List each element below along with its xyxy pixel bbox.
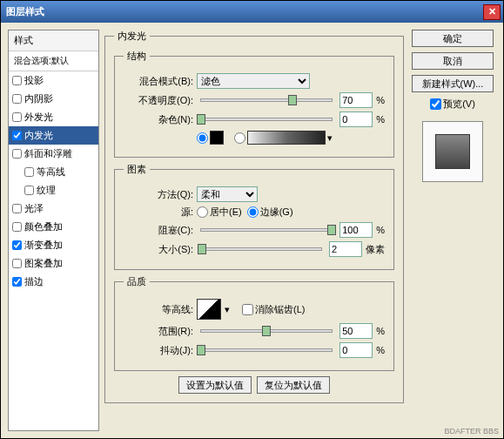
preview-box xyxy=(422,121,483,182)
sidebar-label-2: 外发光 xyxy=(24,111,53,124)
sidebar-label-6: 纹理 xyxy=(37,184,56,197)
titlebar: 图层样式 ✕ xyxy=(1,1,503,23)
opacity-unit: % xyxy=(376,95,385,105)
blend-mode-select[interactable]: 滤色 xyxy=(197,73,310,89)
structure-legend: 结构 xyxy=(124,50,150,63)
size-label: 大小(S): xyxy=(124,243,193,256)
sidebar-checkbox-11[interactable] xyxy=(12,277,22,287)
jitter-slider[interactable] xyxy=(200,348,333,352)
sidebar-checkbox-9[interactable] xyxy=(12,240,22,250)
close-button[interactable]: ✕ xyxy=(483,4,501,20)
reset-default-button[interactable]: 复位为默认值 xyxy=(257,376,330,394)
range-slider[interactable] xyxy=(200,329,333,333)
sidebar-item-10[interactable]: 图案叠加 xyxy=(9,254,98,273)
sidebar-item-2[interactable]: 外发光 xyxy=(9,108,98,126)
sidebar-item-7[interactable]: 光泽 xyxy=(9,199,98,218)
sidebar-label-9: 渐变叠加 xyxy=(24,239,63,252)
sidebar-checkbox-0[interactable] xyxy=(12,76,22,85)
styles-sidebar: 样式 混合选项:默认 投影内阴影外发光内发光斜面和浮雕等高线纹理光泽颜色叠加渐变… xyxy=(8,30,99,431)
sidebar-item-3[interactable]: 内发光 xyxy=(9,126,98,145)
range-unit: % xyxy=(376,326,385,336)
main-panel: 内发光 结构 混合模式(B): 滤色 不透明度(O): % xyxy=(104,30,404,431)
antialias-checkbox[interactable] xyxy=(242,304,253,315)
source-label: 源: xyxy=(124,206,193,219)
ok-button[interactable]: 确定 xyxy=(412,30,494,47)
color-gradient-radio[interactable] xyxy=(234,132,245,144)
sidebar-checkbox-5[interactable] xyxy=(24,167,34,177)
make-default-button[interactable]: 设置为默认值 xyxy=(178,376,252,394)
opacity-input[interactable] xyxy=(339,92,373,108)
sidebar-item-5[interactable]: 等高线 xyxy=(9,163,98,181)
sidebar-item-11[interactable]: 描边 xyxy=(9,273,98,291)
sidebar-checkbox-10[interactable] xyxy=(12,259,22,268)
opacity-slider[interactable] xyxy=(200,98,333,102)
contour-picker[interactable] xyxy=(197,299,221,320)
range-label: 范围(R): xyxy=(124,325,193,338)
sidebar-item-6[interactable]: 纹理 xyxy=(9,181,98,199)
sidebar-checkbox-6[interactable] xyxy=(24,186,34,195)
color-solid-radio[interactable] xyxy=(197,132,208,144)
sidebar-label-0: 投影 xyxy=(24,74,44,87)
quality-legend: 品质 xyxy=(124,275,150,288)
contour-label: 等高线: xyxy=(124,303,193,316)
noise-label: 杂色(N): xyxy=(124,113,193,126)
noise-input[interactable] xyxy=(339,111,373,127)
blend-mode-label: 混合模式(B): xyxy=(124,75,193,88)
sidebar-label-4: 斜面和浮雕 xyxy=(24,147,72,160)
layer-style-dialog: 图层样式 ✕ 样式 混合选项:默认 投影内阴影外发光内发光斜面和浮雕等高线纹理光… xyxy=(0,0,504,439)
noise-unit: % xyxy=(376,114,385,125)
method-select[interactable]: 柔和 xyxy=(197,186,258,202)
structure-fieldset: 结构 混合模式(B): 滤色 不透明度(O): % 杂色(N): xyxy=(114,50,394,158)
source-center-label: 居中(E) xyxy=(210,206,242,219)
sidebar-item-9[interactable]: 渐变叠加 xyxy=(9,236,98,254)
sidebar-item-1[interactable]: 内阴影 xyxy=(9,90,98,108)
sidebar-item-0[interactable]: 投影 xyxy=(9,71,98,90)
size-slider[interactable] xyxy=(200,247,322,251)
choke-unit: % xyxy=(376,225,385,235)
color-swatch[interactable] xyxy=(210,131,224,145)
size-input[interactable] xyxy=(329,241,362,257)
sidebar-label-3: 内发光 xyxy=(24,129,53,142)
new-style-button[interactable]: 新建样式(W)... xyxy=(412,75,494,92)
sidebar-item-4[interactable]: 斜面和浮雕 xyxy=(9,145,98,163)
jitter-unit: % xyxy=(376,345,385,355)
source-center-radio[interactable] xyxy=(197,206,208,218)
sidebar-header: 样式 xyxy=(9,30,98,51)
sidebar-checkbox-3[interactable] xyxy=(12,131,22,140)
opacity-label: 不透明度(O): xyxy=(124,94,193,107)
sidebar-label-1: 内阴影 xyxy=(24,92,53,105)
sidebar-default-item[interactable]: 混合选项:默认 xyxy=(9,51,98,71)
sidebar-checkbox-4[interactable] xyxy=(12,149,22,159)
sidebar-checkbox-2[interactable] xyxy=(12,112,22,122)
preview-swatch xyxy=(435,134,470,169)
contour-dropdown-icon[interactable]: ▾ xyxy=(225,304,230,315)
gradient-dropdown-icon[interactable]: ▾ xyxy=(327,132,333,144)
elements-legend: 图素 xyxy=(124,163,150,176)
sidebar-checkbox-1[interactable] xyxy=(12,94,22,104)
method-label: 方法(Q): xyxy=(124,188,193,201)
range-input[interactable] xyxy=(339,323,373,339)
choke-input[interactable] xyxy=(339,222,373,238)
inner-glow-fieldset: 内发光 结构 混合模式(B): 滤色 不透明度(O): % xyxy=(104,30,404,403)
preview-label: 预览(V) xyxy=(443,98,475,111)
choke-slider[interactable] xyxy=(200,228,333,232)
sidebar-checkbox-8[interactable] xyxy=(12,222,22,232)
choke-label: 阻塞(C): xyxy=(124,224,193,237)
noise-slider[interactable] xyxy=(200,118,333,121)
sidebar-item-8[interactable]: 颜色叠加 xyxy=(9,218,98,236)
dialog-title: 图层样式 xyxy=(6,5,44,18)
quality-fieldset: 品质 等高线: ▾ 消除锯齿(L) 范围(R): % 抖动(J): xyxy=(114,275,394,371)
source-edge-label: 边缘(G) xyxy=(260,206,293,219)
size-unit: 像素 xyxy=(366,243,385,256)
cancel-button[interactable]: 取消 xyxy=(412,52,494,70)
antialias-label: 消除锯齿(L) xyxy=(255,303,305,316)
gradient-swatch[interactable] xyxy=(247,131,326,145)
panel-title: 内发光 xyxy=(114,30,150,43)
jitter-input[interactable] xyxy=(339,342,373,358)
sidebar-label-11: 描边 xyxy=(24,275,44,288)
preview-checkbox[interactable] xyxy=(430,98,441,110)
sidebar-label-8: 颜色叠加 xyxy=(24,220,63,233)
sidebar-checkbox-7[interactable] xyxy=(12,204,22,213)
sidebar-label-5: 等高线 xyxy=(37,165,65,179)
source-edge-radio[interactable] xyxy=(247,206,259,218)
